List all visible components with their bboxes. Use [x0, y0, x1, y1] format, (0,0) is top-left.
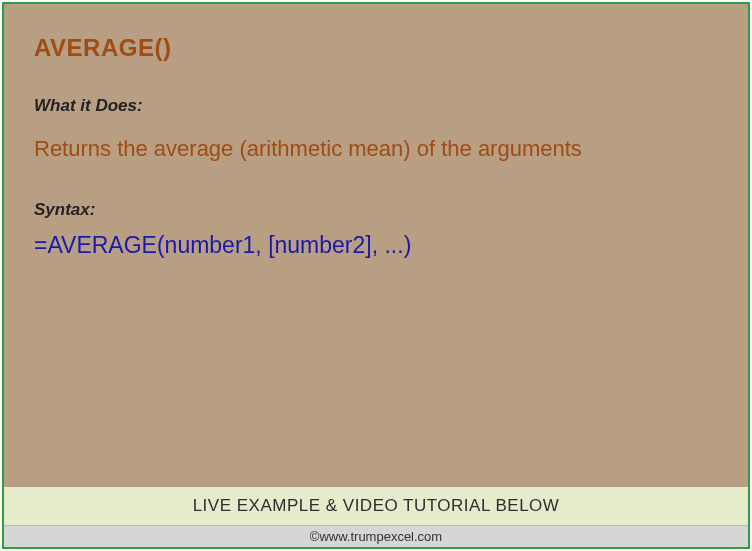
function-description: Returns the average (arithmetic mean) of…	[34, 128, 718, 170]
credit-line: ©www.trumpexcel.com	[4, 525, 748, 547]
what-it-does-label: What it Does:	[34, 96, 718, 116]
tutorial-banner: LIVE EXAMPLE & VIDEO TUTORIAL BELOW	[4, 487, 748, 525]
function-card: AVERAGE() What it Does: Returns the aver…	[2, 2, 750, 549]
syntax-value: =AVERAGE(number1, [number2], ...)	[34, 232, 718, 259]
card-content: AVERAGE() What it Does: Returns the aver…	[4, 4, 748, 487]
function-title: AVERAGE()	[34, 34, 718, 62]
syntax-label: Syntax:	[34, 200, 718, 220]
